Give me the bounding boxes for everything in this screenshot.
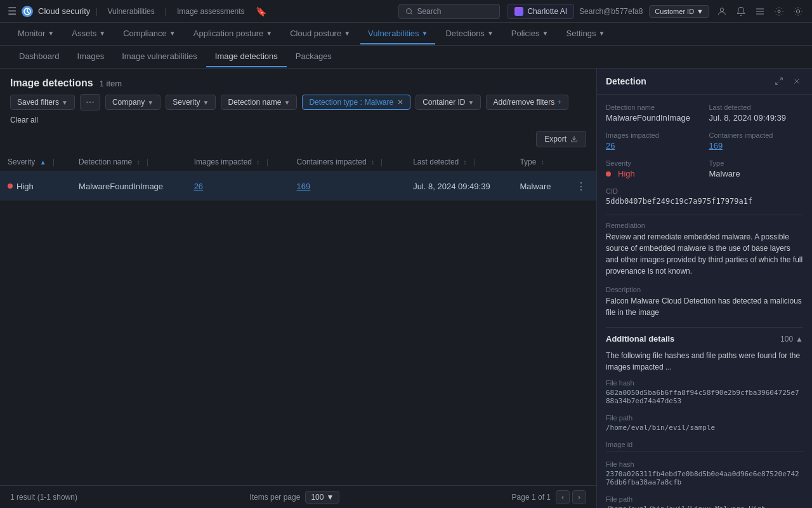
export-icon xyxy=(570,135,578,143)
nav-application-posture[interactable]: Application posture ▼ xyxy=(186,23,280,44)
detail-panel: Detection Detection name MalwareFoundInI… xyxy=(596,69,812,508)
sort-icon: ↕ xyxy=(464,159,467,166)
col-images-impacted[interactable]: Images impacted ↕ xyxy=(187,152,289,172)
export-button[interactable]: Export xyxy=(536,131,586,147)
table-footer: 1 result (1-1 shown) Items per page 100 … xyxy=(0,485,596,508)
bell-icon[interactable] xyxy=(735,5,747,18)
saved-filters-button[interactable]: Saved filters ▼ xyxy=(10,95,75,110)
clear-all-button[interactable]: Clear all xyxy=(10,116,38,124)
subnav-image-vulnerabilities[interactable]: Image vulnerabilities xyxy=(113,46,206,67)
detail-last-detected: Last detected Jul. 8, 2024 09:49:39 xyxy=(709,104,804,123)
close-icon[interactable] xyxy=(790,75,803,88)
detail-file-path-1-row: File path /home/eval/bin/evil/sample xyxy=(606,414,803,432)
chevron-down-icon: ▼ xyxy=(62,99,68,106)
chevron-down-icon: ▼ xyxy=(203,99,209,106)
chevron-down-icon: ▼ xyxy=(422,30,428,37)
nav-vulnerabilities[interactable]: Vulnerabilities ▼ xyxy=(360,23,435,44)
topbar-section[interactable]: Vulnerabilities xyxy=(103,7,160,16)
chevron-down-icon: ▼ xyxy=(326,493,334,502)
detail-panel-title: Detection xyxy=(606,76,646,86)
row-actions-cell: ⋮ xyxy=(566,172,596,201)
topbar-subsection[interactable]: Image assessments xyxy=(172,7,250,16)
detail-severity-type-row: Severity High Type Malware xyxy=(606,159,803,178)
items-per-page: Items per page 100 ▼ xyxy=(249,491,339,504)
container-id-filter[interactable]: Container ID ▼ xyxy=(416,95,481,110)
expand-icon[interactable] xyxy=(773,75,785,88)
nav-policies[interactable]: Policies ▼ xyxy=(504,23,556,44)
detail-severity: Severity High xyxy=(606,159,700,178)
avatar-icon[interactable] xyxy=(716,5,728,18)
detection-name-filter[interactable]: Detection name ▼ xyxy=(221,95,297,110)
sort-icon: ↕ xyxy=(256,159,259,166)
subnav-image-detections[interactable]: Image detections xyxy=(206,46,287,67)
nav-settings[interactable]: Settings ▼ xyxy=(558,23,612,44)
charlotte-icon xyxy=(514,7,523,16)
nav-monitor[interactable]: Monitor ▼ xyxy=(10,23,62,44)
table-header-row: Severity ▲ Detection name ↕ Images impac… xyxy=(0,152,596,172)
next-page-button[interactable]: › xyxy=(572,490,586,504)
severity-filter[interactable]: Severity ▼ xyxy=(166,95,216,110)
chevron-down-icon: ▼ xyxy=(48,30,54,37)
divider xyxy=(606,215,803,215)
col-containers-impacted[interactable]: Containers impacted ↕ xyxy=(289,152,406,172)
search-button[interactable]: Search xyxy=(398,4,500,19)
images-impacted-link[interactable]: 26 xyxy=(194,182,203,191)
chevron-down-icon: ▼ xyxy=(468,99,475,106)
sun-icon[interactable] xyxy=(792,5,804,18)
nav-detections[interactable]: Detections ▼ xyxy=(438,23,501,44)
col-last-detected[interactable]: Last detected ↕ xyxy=(405,152,512,172)
detail-detection-name: Detection name MalwareFoundInImage xyxy=(606,104,700,123)
app-name: Cloud security xyxy=(38,6,90,16)
add-remove-filters-button[interactable]: Add/remove filters + xyxy=(486,95,568,110)
containers-impacted-link[interactable]: 169 xyxy=(297,182,311,191)
sort-icon: ↕ xyxy=(137,159,140,166)
close-icon[interactable]: ✕ xyxy=(397,98,403,107)
containers-impacted-detail-link[interactable]: 169 xyxy=(709,141,804,150)
subnav-dashboard[interactable]: Dashboard xyxy=(10,46,69,67)
topbar-left: ☰ Cloud security | Vulnerabilities | Ima… xyxy=(8,5,393,18)
subnav-images[interactable]: Images xyxy=(69,46,114,67)
chevron-down-icon: ▼ xyxy=(147,99,154,106)
detail-containers-impacted: Containers impacted 169 xyxy=(709,131,804,150)
svg-point-1 xyxy=(407,8,412,13)
subnav-packages[interactable]: Packages xyxy=(287,46,341,67)
type-cell: Malware xyxy=(512,172,566,201)
detail-body: Detection name MalwareFoundInImage Last … xyxy=(597,95,812,508)
list-icon[interactable] xyxy=(754,5,766,18)
hamburger-icon[interactable]: ☰ xyxy=(8,5,16,17)
detail-name-date-row: Detection name MalwareFoundInImage Last … xyxy=(606,104,803,123)
sort-asc-icon: ▲ xyxy=(40,159,46,166)
main-panel: Image detections 1 item Saved filters ▼ … xyxy=(0,69,596,508)
per-page-select[interactable]: 100 ▼ xyxy=(305,491,339,504)
results-table: Severity ▲ Detection name ↕ Images impac… xyxy=(0,152,596,485)
settings-icon[interactable] xyxy=(773,5,785,18)
col-detection-name[interactable]: Detection name ↕ xyxy=(71,152,187,172)
last-detected-cell: Jul. 8, 2024 09:49:39 xyxy=(405,172,512,201)
detail-image-id-1-row: Image id xyxy=(606,441,803,451)
table-row[interactable]: High MalwareFoundInImage 26 169 xyxy=(0,172,596,201)
bookmark-icon[interactable]: 🔖 xyxy=(255,5,268,18)
severity-dot-high xyxy=(8,184,13,189)
col-type[interactable]: Type ↕ xyxy=(512,152,566,172)
row-menu-button[interactable]: ⋮ xyxy=(573,178,589,194)
col-severity[interactable]: Severity ▲ xyxy=(0,152,71,172)
result-count: 1 result (1-1 shown) xyxy=(10,493,77,502)
content-area: Image detections 1 item Saved filters ▼ … xyxy=(0,69,812,508)
detail-file-hash-1-row: File hash 682a0050d5ba6b6ffa8f94c58f90e2… xyxy=(606,379,803,405)
chevron-down-icon: ▼ xyxy=(266,30,272,37)
detail-description-row: Description Falcon Malware Cloud Detecti… xyxy=(606,286,803,318)
customer-id-button[interactable]: Customer ID ▼ xyxy=(649,5,709,18)
images-impacted-detail-link[interactable]: 26 xyxy=(606,141,700,150)
company-filter[interactable]: Company ▼ xyxy=(105,95,160,110)
nav-compliance[interactable]: Compliance ▼ xyxy=(115,23,183,44)
search-id[interactable]: Search@b577efa8 xyxy=(579,7,643,16)
nav-assets[interactable]: Assets ▼ xyxy=(64,23,113,44)
prev-page-button[interactable]: ‹ xyxy=(556,490,570,504)
filter-options-button[interactable]: ⋯ xyxy=(80,94,100,110)
nav-cloud-posture[interactable]: Cloud posture ▼ xyxy=(282,23,358,44)
detection-type-filter[interactable]: Detection type : Malware ✕ xyxy=(302,95,410,110)
app-logo xyxy=(22,6,33,17)
topbar-right: Search@b577efa8 Customer ID ▼ xyxy=(579,5,804,18)
charlotte-ai-button[interactable]: Charlotte AI xyxy=(508,4,574,19)
sort-icon: ↕ xyxy=(541,159,544,166)
